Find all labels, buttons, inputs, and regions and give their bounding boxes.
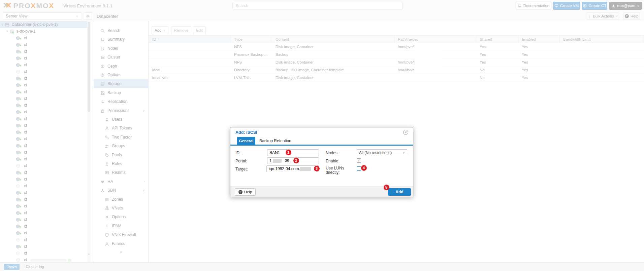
target-input[interactable]: iqn.1992-04.com. (266, 165, 319, 172)
target-label: Target: (235, 167, 248, 171)
tab-backup-retention[interactable]: Backup Retention (259, 139, 291, 143)
dialog-title: Add: iSCSI (235, 130, 257, 135)
annotation-badge-5: 5 (384, 185, 389, 190)
annotation-badge-4: 4 (361, 165, 367, 171)
dialog-add-button[interactable]: Add (388, 188, 411, 196)
use-luns-label: Use LUNs directly: (326, 166, 349, 175)
annotation-badge-1: 1 (286, 150, 291, 155)
id-input[interactable]: SAN1 (267, 149, 319, 156)
dialog-help-button[interactable]: ? Help (235, 188, 256, 196)
annotation-badge-2: 2 (293, 158, 299, 163)
portal-label: Portal: (235, 159, 247, 163)
portal-input[interactable]: 1 39 (267, 157, 319, 164)
nodes-select[interactable]: All (No restrictions) ∨ (357, 149, 407, 156)
use-luns-checkbox[interactable] (357, 166, 361, 171)
tab-underline (230, 145, 413, 146)
proxmox-app: ✕✕ PROXMOX Virtual Environment 9.1.1 Doc… (0, 0, 644, 271)
close-icon[interactable]: ✕ (403, 130, 408, 135)
annotation-badge-3: 3 (314, 166, 320, 171)
chevron-down-icon: ∨ (402, 151, 405, 154)
id-label: ID: (235, 151, 240, 155)
nodes-label: Nodes: (326, 151, 339, 155)
redaction-box (300, 167, 311, 171)
help-icon: ? (238, 190, 243, 194)
enable-checkbox[interactable]: ✓ (357, 158, 361, 163)
enable-label: Enable: (326, 159, 340, 163)
redaction-box (273, 159, 282, 163)
tab-general[interactable]: General (237, 137, 255, 145)
